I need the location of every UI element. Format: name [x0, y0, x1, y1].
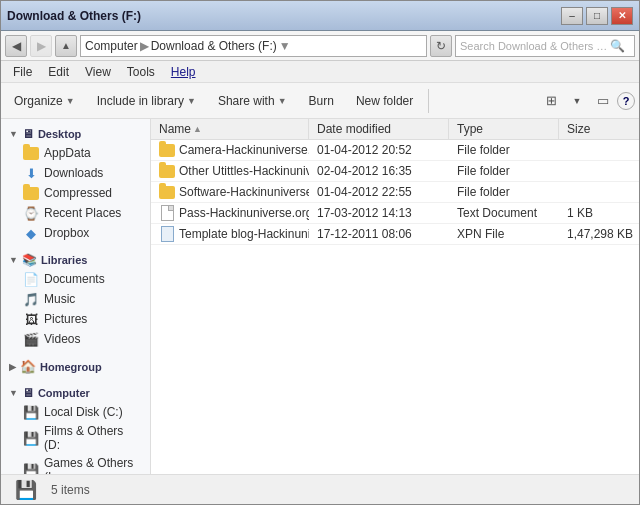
compressed-icon: [23, 185, 39, 201]
menu-help[interactable]: Help: [163, 63, 204, 81]
sidebar-item-downloads[interactable]: ⬇ Downloads: [1, 163, 150, 183]
sidebar-desktop-label[interactable]: Desktop: [38, 128, 81, 140]
recent-icon: ⌚: [23, 205, 39, 221]
view-dropdown-button[interactable]: ▼: [565, 89, 589, 113]
share-arrow: ▼: [278, 96, 287, 106]
minimize-button[interactable]: –: [561, 7, 583, 25]
folder-icon: [23, 145, 39, 161]
sidebar-item-videos[interactable]: 🎬 Videos: [1, 329, 150, 349]
file-date-cell: 02-04-2012 16:35: [309, 162, 449, 180]
menu-edit[interactable]: Edit: [40, 63, 77, 81]
sidebar-libraries-header[interactable]: ▼ 📚 Libraries: [1, 249, 150, 269]
table-row[interactable]: Software-Hackinuniverse.org 01-04-2012 2…: [151, 182, 639, 203]
col-type[interactable]: Type: [449, 119, 559, 139]
new-folder-button[interactable]: New folder: [347, 90, 422, 112]
sidebar-item-appdata[interactable]: AppData: [1, 143, 150, 163]
xpn-icon: [159, 226, 175, 242]
local-disk-icon: 💾: [23, 404, 39, 420]
include-library-button[interactable]: Include in library ▼: [88, 90, 205, 112]
sidebar-favorites-header[interactable]: ▼ 🖥 Desktop: [1, 123, 150, 143]
file-name-cell: Pass-Hackinuniverse.org: [151, 203, 309, 223]
toolbar: Organize ▼ Include in library ▼ Share wi…: [1, 83, 639, 119]
computer-arrow: ▼: [9, 388, 18, 398]
address-bar: ◀ ▶ ▲ Computer ▶ Download & Others (F:) …: [1, 31, 639, 61]
libraries-arrow: ▼: [9, 255, 18, 265]
close-button[interactable]: ✕: [611, 7, 633, 25]
table-row[interactable]: Pass-Hackinuniverse.org 17-03-2012 14:13…: [151, 203, 639, 224]
preview-pane-button[interactable]: ▭: [591, 89, 615, 113]
films-disk-icon: 💾: [23, 430, 39, 446]
documents-icon: 📄: [23, 271, 39, 287]
sidebar-item-compressed[interactable]: Compressed: [1, 183, 150, 203]
status-bar: 💾 5 items: [1, 474, 639, 504]
file-name-cell: Software-Hackinuniverse.org: [151, 182, 309, 202]
sidebar-homegroup-label[interactable]: Homegroup: [40, 361, 102, 373]
table-row[interactable]: Template blog-Hackinuniverse.org.x... 17…: [151, 224, 639, 245]
title-bar: Download & Others (F:) – □ ✕: [1, 1, 639, 31]
refresh-button[interactable]: ↻: [430, 35, 452, 57]
menu-file[interactable]: File: [5, 63, 40, 81]
file-type-cell: File folder: [449, 162, 559, 180]
search-input-display[interactable]: Search Download & Others (F:) 🔍: [455, 35, 635, 57]
sidebar-item-music[interactable]: 🎵 Music: [1, 289, 150, 309]
forward-button[interactable]: ▶: [30, 35, 52, 57]
table-row[interactable]: Other Utittles-Hackinuniverse.org 02-04-…: [151, 161, 639, 182]
view-mode-button[interactable]: ⊞: [539, 89, 563, 113]
col-name[interactable]: Name ▲: [151, 119, 309, 139]
col-sort-arrow: ▲: [193, 124, 202, 134]
sidebar-computer-label[interactable]: Computer: [38, 387, 90, 399]
file-size-cell: [559, 169, 639, 173]
toolbar-sep: [428, 89, 429, 113]
sidebar-item-local-disk[interactable]: 💾 Local Disk (C:): [1, 402, 150, 422]
search-icon[interactable]: 🔍: [610, 39, 625, 53]
breadcrumb-sep1: ▶: [140, 39, 149, 53]
sidebar-item-pictures[interactable]: 🖼 Pictures: [1, 309, 150, 329]
breadcrumb-dropdown[interactable]: ▼: [279, 39, 291, 53]
share-button[interactable]: Share with ▼: [209, 90, 296, 112]
downloads-icon: ⬇: [23, 165, 39, 181]
burn-button[interactable]: Burn: [300, 90, 343, 112]
sidebar-item-documents[interactable]: 📄 Documents: [1, 269, 150, 289]
menu-view[interactable]: View: [77, 63, 119, 81]
sidebar-item-games[interactable]: 💾 Games & Others (I:: [1, 454, 150, 474]
up-button[interactable]: ▲: [55, 35, 77, 57]
back-button[interactable]: ◀: [5, 35, 27, 57]
pictures-icon: 🖼: [23, 311, 39, 327]
include-arrow: ▼: [187, 96, 196, 106]
file-date-cell: 17-12-2011 08:06: [309, 225, 449, 243]
file-size-cell: 1,47,298 KB: [559, 225, 639, 243]
menu-tools[interactable]: Tools: [119, 63, 163, 81]
help-button[interactable]: ?: [617, 92, 635, 110]
file-date-cell: 01-04-2012 20:52: [309, 141, 449, 159]
sidebar: ▼ 🖥 Desktop AppData ⬇ Downloads Compress…: [1, 119, 151, 474]
organize-button[interactable]: Organize ▼: [5, 90, 84, 112]
sidebar-libraries-label[interactable]: Libraries: [41, 254, 87, 266]
file-list-header: Name ▲ Date modified Type Size: [151, 119, 639, 140]
file-date-cell: 01-04-2012 22:55: [309, 183, 449, 201]
sidebar-item-recent[interactable]: ⌚ Recent Places: [1, 203, 150, 223]
homegroup-arrow: ▶: [9, 362, 16, 372]
libraries-icon: 📚: [22, 253, 37, 267]
col-date[interactable]: Date modified: [309, 119, 449, 139]
col-size[interactable]: Size: [559, 119, 639, 139]
file-type-cell: Text Document: [449, 204, 559, 222]
file-type-cell: File folder: [449, 141, 559, 159]
maximize-button[interactable]: □: [586, 7, 608, 25]
file-name-cell: Template blog-Hackinuniverse.org.x...: [151, 224, 309, 244]
organize-arrow: ▼: [66, 96, 75, 106]
breadcrumb-computer[interactable]: Computer: [85, 39, 138, 53]
sidebar-desktop-icon: 🖥: [22, 127, 34, 141]
sidebar-computer-header[interactable]: ▼ 🖥 Computer: [1, 382, 150, 402]
table-row[interactable]: Camera-Hackinuniverse.org 01-04-2012 20:…: [151, 140, 639, 161]
dropbox-icon: ◆: [23, 225, 39, 241]
sidebar-homegroup-header[interactable]: ▶ 🏠 Homegroup: [1, 355, 150, 376]
sidebar-item-dropbox[interactable]: ◆ Dropbox: [1, 223, 150, 243]
breadcrumb-drive[interactable]: Download & Others (F:): [151, 39, 277, 53]
favorites-arrow: ▼: [9, 129, 18, 139]
sidebar-item-films[interactable]: 💾 Films & Others (D:: [1, 422, 150, 454]
status-count: 5 items: [51, 483, 90, 497]
computer-icon: 🖥: [22, 386, 34, 400]
games-disk-icon: 💾: [23, 462, 39, 474]
address-path[interactable]: Computer ▶ Download & Others (F:) ▼: [80, 35, 427, 57]
menu-bar: File Edit View Tools Help: [1, 61, 639, 83]
